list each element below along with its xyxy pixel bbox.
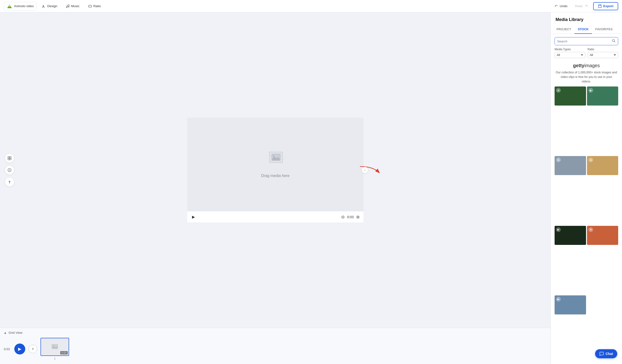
media-types-filter: Media Types All [555, 48, 585, 58]
ratio-filter-select[interactable]: All [588, 52, 619, 58]
svg-point-2 [66, 7, 67, 8]
media-thumb-4[interactable]: ⊕ [587, 156, 619, 175]
media-types-label: Media Types [555, 48, 585, 51]
logo-icon [7, 3, 12, 9]
layout-icon [7, 156, 12, 160]
export-icon [598, 4, 602, 8]
ratio-filter: Ratio All [588, 48, 619, 58]
svg-rect-7 [8, 158, 9, 160]
search-icon [612, 39, 616, 43]
layout-tool-button[interactable] [5, 153, 14, 163]
chat-icon [599, 352, 604, 356]
canvas-content: Drag media here [187, 118, 364, 211]
thumb-play-icon-7: ▶ [556, 297, 561, 302]
color-icon [7, 168, 12, 172]
thumb-zoom-icon-4: ⊕ [588, 157, 593, 162]
svg-rect-6 [10, 156, 11, 158]
expand-panel-button[interactable]: › [362, 167, 368, 173]
media-library-panel: Media Library PROJECT STOCK FAVORITES Me… [550, 12, 622, 364]
thumb-zoom-icon-1: ⊕ [556, 88, 561, 93]
drag-media-text: Drag media here [261, 174, 290, 178]
svg-marker-1 [8, 4, 11, 6]
ratio-icon [88, 4, 92, 8]
canvas-preview: Drag media here › ▶ [187, 118, 364, 223]
media-thumb-6[interactable]: ⊕ [587, 226, 619, 245]
timeline: ▲ Grid View 0:03 ▶ + [0, 328, 550, 364]
media-thumb-5[interactable]: ▶ [555, 226, 586, 245]
undo-redo-group: Undo Redo [551, 3, 591, 10]
media-thumb-2[interactable]: ▶ [587, 86, 619, 106]
thumb-zoom-icon-3: ⊕ [556, 157, 561, 162]
ratio-filter-label: Ratio [588, 48, 619, 51]
media-placeholder-icon [265, 151, 286, 170]
tab-stock[interactable]: STOCK [574, 25, 592, 34]
panel-title: Media Library [551, 12, 622, 22]
canvas-area: T Drag media here [0, 12, 550, 364]
grid-view-label: Grid View [9, 331, 22, 334]
svg-point-3 [68, 6, 69, 7]
media-grid: ⊕ ▶ ⊕ ⊕ ▶ ⊕ ▶ [551, 86, 622, 364]
canvas-container: T Drag media here [0, 12, 550, 328]
design-button[interactable]: Design [39, 3, 60, 10]
svg-rect-5 [8, 156, 9, 158]
media-thumb-7[interactable]: ▶ [555, 295, 586, 314]
media-thumb-1[interactable]: ⊕ [555, 86, 586, 106]
canvas-play-button[interactable]: ▶ [191, 214, 196, 220]
canvas-controls: ▶ ⊖ 0:03 ⊕ [187, 211, 364, 223]
chat-button[interactable]: Chat [595, 349, 617, 358]
svg-rect-8 [10, 158, 11, 160]
export-button[interactable]: Export [593, 2, 618, 10]
redo-button[interactable]: Redo [572, 3, 591, 10]
svg-rect-13 [52, 345, 58, 349]
timeline-time: 0:03 [4, 347, 11, 351]
thumb-zoom-icon-6: ⊕ [588, 227, 593, 232]
design-icon [42, 4, 46, 8]
getty-description: Our collection of 1,000,000+ stock image… [551, 69, 622, 86]
search-button[interactable] [609, 38, 618, 45]
getty-logo: gettyimages [551, 61, 622, 69]
timeline-add-button[interactable]: + [29, 345, 37, 353]
tab-project[interactable]: PROJECT [553, 25, 574, 34]
thumb-play-icon-5: ▶ [556, 227, 561, 232]
clip-placeholder-icon [51, 344, 58, 350]
timeline-clip-container: 0:03 1 [40, 338, 69, 360]
app-name: Animoto video [14, 4, 34, 8]
svg-point-14 [53, 345, 54, 346]
search-input[interactable] [555, 38, 609, 45]
chevron-up-icon: ▲ [4, 331, 7, 334]
text-tool-button[interactable]: T [5, 177, 14, 187]
main-layout: T Drag media here [0, 12, 622, 364]
text-icon: T [8, 180, 10, 184]
time-controls: ⊖ 0:03 ⊕ [341, 215, 359, 219]
time-decrease-button[interactable]: ⊖ [341, 215, 345, 219]
color-tool-button[interactable] [5, 165, 14, 175]
music-icon [66, 4, 70, 8]
svg-rect-4 [89, 5, 92, 7]
time-increase-button[interactable]: ⊕ [356, 215, 360, 219]
tab-favorites[interactable]: FAVORITES [592, 25, 616, 34]
search-bar [555, 37, 618, 45]
filter-row: Media Types All Ratio All [551, 48, 622, 61]
ratio-button[interactable]: Ratio [85, 3, 104, 10]
svg-point-11 [273, 155, 274, 157]
topbar: Animoto video Design Music Ratio Undo Re… [0, 0, 622, 12]
clip-duration-badge: 0:03 [60, 351, 68, 354]
app-logo[interactable]: Animoto video [4, 2, 37, 10]
timeline-play-button[interactable]: ▶ [14, 344, 25, 354]
media-types-select[interactable]: All [555, 52, 585, 58]
media-thumb-3[interactable]: ⊕ [555, 156, 586, 175]
timeline-clip[interactable]: 0:03 [40, 338, 69, 356]
undo-icon [555, 4, 558, 8]
timeline-header[interactable]: ▲ Grid View [4, 331, 547, 334]
thumb-play-icon-2: ▶ [588, 88, 593, 93]
left-toolbar: T [5, 153, 14, 187]
music-button[interactable]: Music [62, 3, 83, 10]
panel-tabs: PROJECT STOCK FAVORITES [551, 25, 622, 34]
timeline-content: 0:03 ▶ + 0:03 1 [4, 338, 547, 360]
chat-label: Chat [605, 352, 613, 356]
clip-number: 1 [54, 357, 56, 360]
getty-logo-text: gettyimages [573, 63, 600, 68]
canvas-time-display: 0:03 [347, 215, 353, 219]
redo-icon [584, 4, 588, 8]
undo-button[interactable]: Undo [551, 3, 571, 10]
